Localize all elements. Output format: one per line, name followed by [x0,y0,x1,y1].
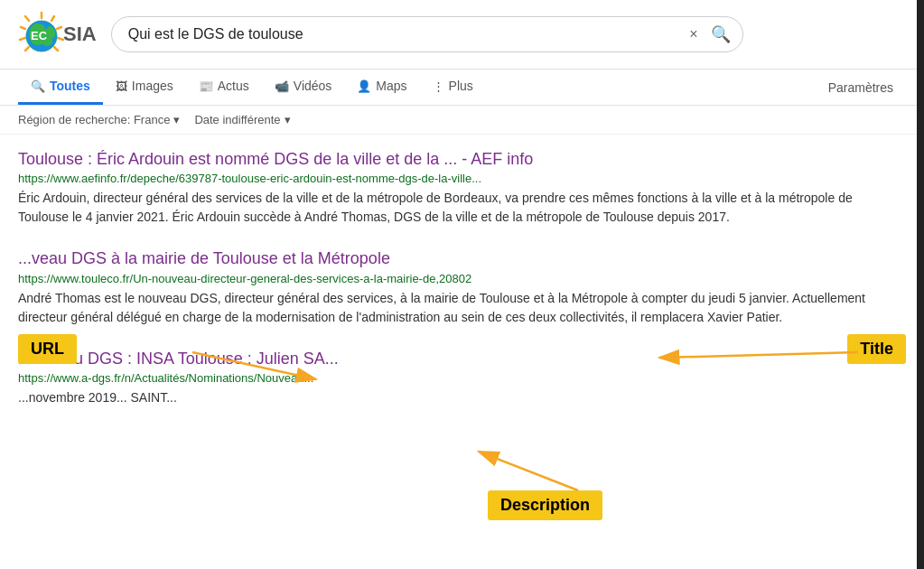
maps-tab-icon: 👤 [357,79,371,93]
region-filter[interactable]: Région de recherche: France ▾ [18,113,180,126]
tab-images-label: Images [132,79,173,93]
plus-tab-icon: ⋮ [433,79,444,93]
tab-toutes[interactable]: 🔍 Toutes [18,70,103,105]
videos-tab-icon: 📹 [275,79,289,93]
result-item-1: Toulouse : Éric Ardouin est nommé DGS de… [18,149,906,227]
date-filter[interactable]: Date indifférente ▾ [194,113,290,126]
tab-actus-label: Actus [218,79,249,93]
result-item-3: Nouveau DGS : INSA Toulouse : Julien SA.… [18,349,906,407]
annotation-url-label: URL [18,334,77,364]
svg-line-4 [54,47,58,51]
svg-line-5 [25,16,29,21]
svg-line-8 [25,47,29,51]
settings-link[interactable]: Paramètres [816,71,906,104]
result-3-url[interactable]: https://www.a-dgs.fr/n/Actualités/Nomina… [18,371,906,385]
tab-maps-label: Maps [376,79,406,93]
date-filter-label: Date indifférente [194,113,280,126]
svg-line-7 [20,38,25,40]
logo-text: SIA [63,23,97,46]
search-tab-icon: 🔍 [31,79,45,93]
tab-videos-label: Vidéos [294,79,332,93]
search-button[interactable]: 🔍 [709,23,733,46]
svg-line-6 [21,27,25,29]
images-tab-icon: 🖼 [116,79,127,93]
clear-button[interactable]: × [687,24,699,44]
ecosia-logo: EC [18,11,65,58]
search-bar-container: × 🔍 [111,16,743,52]
actus-tab-icon: 📰 [199,79,213,93]
svg-line-1 [51,16,54,21]
result-3-title[interactable]: Nouveau DGS : INSA Toulouse : Julien SA.… [18,349,906,369]
search-input[interactable] [111,16,743,52]
tab-images[interactable]: 🖼 Images [103,70,186,105]
result-2-url[interactable]: https://www.touleco.fr/Un-nouveau-direct… [18,272,906,285]
annotation-desc-label: Description [488,490,602,520]
result-1-desc: Éric Ardouin, directeur général des serv… [18,191,853,224]
tab-plus[interactable]: ⋮ Plus [420,70,486,105]
tab-maps[interactable]: 👤 Maps [344,70,419,105]
result-1-title[interactable]: Toulouse : Éric Ardouin est nommé DGS de… [18,149,906,170]
logo[interactable]: EC SIA [18,11,97,58]
search-icons: × 🔍 [687,23,732,46]
tab-videos[interactable]: 📹 Vidéos [262,70,345,105]
result-item-2: ...veau DGS à la mairie de Toulouse et l… [18,248,906,326]
result-2-title[interactable]: ...veau DGS à la mairie de Toulouse et l… [18,248,906,269]
filters-bar: Région de recherche: France ▾ Date indif… [0,106,924,135]
search-results: Toulouse : Éric Ardouin est nommé DGS de… [0,135,924,546]
svg-text:EC: EC [31,29,48,42]
tab-toutes-label: Toutes [50,79,90,93]
region-filter-arrow: ▾ [173,113,180,126]
region-filter-label: Région de recherche: France [18,113,170,126]
tab-actus[interactable]: 📰 Actus [186,70,262,105]
annotation-title-label: Title [847,334,906,364]
svg-line-2 [57,27,61,29]
result-3-desc: ...novembre 2019... SAINT... [18,390,177,405]
result-2-desc: André Thomas est le nouveau DGS, directe… [18,291,865,324]
nav-tabs: 🔍 Toutes 🖼 Images 📰 Actus 📹 Vidéos 👤 Map… [0,70,924,106]
tab-plus-label: Plus [449,79,473,93]
header: EC SIA × 🔍 [0,0,924,70]
result-1-url[interactable]: https://www.aefinfo.fr/depeche/639787-to… [18,172,906,185]
date-filter-arrow: ▾ [285,113,291,126]
right-scrollbar[interactable] [917,0,924,569]
